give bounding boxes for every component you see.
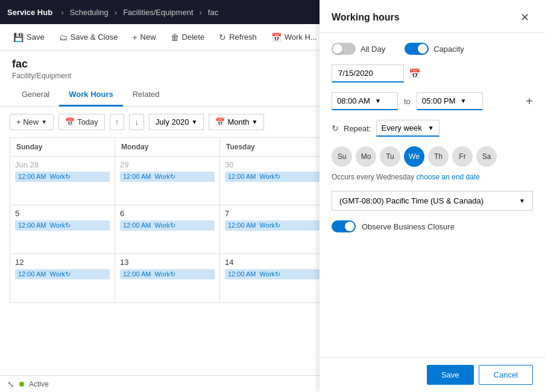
app-container: Service Hub › Scheduling › Facilities/Eq… xyxy=(0,0,545,392)
cell-date: 29 xyxy=(120,160,215,169)
new-icon: + xyxy=(132,33,137,42)
refresh-button[interactable]: ↻ Refresh xyxy=(213,30,263,45)
calendar-picker-icon[interactable]: 📅 xyxy=(409,68,421,79)
cell-date: 6 xyxy=(120,209,215,218)
all-day-toggle-item: All Day xyxy=(332,43,385,55)
chevron-down-icon: ▼ xyxy=(41,119,47,125)
choose-end-date-link[interactable]: choose an end date xyxy=(417,173,480,181)
capacity-toggle-item: Capacity xyxy=(405,43,464,55)
repeat-select[interactable]: Every week ▼ xyxy=(376,120,439,137)
time-to-label: to xyxy=(404,97,411,106)
panel-body: All Day Capacity 📅 08:00 AM ▼ to xyxy=(320,33,545,357)
breadcrumb-fac[interactable]: fac xyxy=(208,8,218,17)
calendar-cell: 30 12:00 AM Work↻ xyxy=(220,157,325,205)
add-time-button[interactable]: + xyxy=(526,95,533,108)
tab-related[interactable]: Related xyxy=(123,84,169,107)
cal-today-button[interactable]: 📅 Today xyxy=(58,114,105,130)
col-sunday: Sunday xyxy=(10,138,115,156)
end-time-select[interactable]: 05:00 PM ▼ xyxy=(417,92,483,110)
calendar-cell: 13 12:00 AM Work↻ xyxy=(115,254,220,302)
day-circle-sa[interactable]: Sa xyxy=(476,146,497,167)
brand-label: Service Hub xyxy=(7,8,52,17)
start-time-select[interactable]: 08:00 AM ▼ xyxy=(332,92,398,110)
calendar-cell: 6 12:00 AM Work↻ xyxy=(115,205,220,254)
calendar-view-icon: 📅 xyxy=(215,117,225,126)
save-button[interactable]: 💾 Save xyxy=(7,30,51,45)
capacity-label: Capacity xyxy=(433,45,464,54)
tab-general[interactable]: General xyxy=(12,84,59,107)
time-row: 08:00 AM ▼ to 05:00 PM ▼ + xyxy=(332,92,533,110)
work-badge[interactable]: 12:00 AM Work↻ xyxy=(15,269,110,279)
work-button[interactable]: 📅 Work H... xyxy=(265,30,323,45)
cal-new-button[interactable]: + New ▼ xyxy=(10,114,54,130)
work-badge[interactable]: 12:00 AM Work↻ xyxy=(225,172,320,182)
day-circle-we[interactable]: We xyxy=(404,146,424,167)
work-badge[interactable]: 12:00 AM Work↻ xyxy=(120,172,215,182)
cal-prev-button[interactable]: ↑ xyxy=(110,114,125,130)
day-circles: Su Mo Tu We Th Fr Sa xyxy=(332,146,533,167)
panel-title: Working hours xyxy=(332,12,400,23)
cell-date: 30 xyxy=(225,160,320,169)
panel-footer: Save Cancel xyxy=(320,357,545,392)
status-dot xyxy=(19,382,24,387)
work-badge[interactable]: 12:00 AM Work↻ xyxy=(15,220,110,231)
status-label: Active xyxy=(29,380,49,388)
chevron-down-icon: ▼ xyxy=(461,98,467,104)
repeat-icon: ↻ xyxy=(332,123,339,133)
all-day-toggle[interactable] xyxy=(332,43,356,55)
chevron-down-icon: ▼ xyxy=(519,198,525,204)
delete-button[interactable]: 🗑 Delete xyxy=(165,30,211,45)
col-tuesday: Tuesday xyxy=(220,138,325,156)
panel-close-button[interactable]: ✕ xyxy=(517,10,533,25)
occurs-text: Occurs every Wednesday choose an end dat… xyxy=(332,173,533,181)
chevron-down-icon: ▼ xyxy=(252,119,258,125)
cell-date: Jun 28 xyxy=(15,160,110,169)
save-close-icon: 🗂 xyxy=(59,33,68,42)
save-close-button[interactable]: 🗂 Save & Close xyxy=(53,30,124,45)
chevron-down-icon: ▼ xyxy=(191,119,197,125)
delete-icon: 🗑 xyxy=(171,33,179,42)
breadcrumb-scheduling[interactable]: Scheduling xyxy=(70,8,109,17)
work-badge[interactable]: 12:00 AM Work↻ xyxy=(225,220,320,231)
work-badge[interactable]: 12:00 AM Work↻ xyxy=(120,220,215,231)
work-badge[interactable]: 12:00 AM Work↻ xyxy=(225,269,320,279)
day-circle-su[interactable]: Su xyxy=(332,146,352,167)
day-circle-th[interactable]: Th xyxy=(428,146,449,167)
observe-toggle[interactable] xyxy=(332,220,356,232)
cal-next-button[interactable]: ↓ xyxy=(129,114,144,130)
calendar-cell: 7 12:00 AM Work↻ xyxy=(220,205,325,254)
status-bar: ⤡ Active xyxy=(0,375,326,392)
capacity-toggle[interactable] xyxy=(405,43,429,55)
col-monday: Monday xyxy=(115,138,220,156)
day-circle-fr[interactable]: Fr xyxy=(452,146,473,167)
timezone-selector[interactable]: (GMT-08:00) Pacific Time (US & Canada) ▼ xyxy=(332,191,533,211)
tab-work-hours[interactable]: Work Hours xyxy=(59,84,122,107)
calendar-cell: Jun 28 12:00 AM Work↻ xyxy=(10,157,115,205)
panel-save-button[interactable]: Save xyxy=(427,365,474,385)
refresh-icon: ↻ xyxy=(219,33,226,42)
chevron-down-icon: ▼ xyxy=(428,125,434,131)
panel-header: Working hours ✕ xyxy=(320,0,545,33)
work-badge[interactable]: 12:00 AM Work↻ xyxy=(15,172,110,182)
calendar-cell: 14 12:00 AM Work↻ xyxy=(220,254,325,302)
cal-month-selector[interactable]: July 2020 ▼ xyxy=(149,114,204,130)
day-circle-tu[interactable]: Tu xyxy=(380,146,400,167)
breadcrumb-facilities[interactable]: Facilities/Equipment xyxy=(123,8,193,17)
new-button[interactable]: + New xyxy=(126,30,162,45)
date-row: 📅 xyxy=(332,64,533,82)
repeat-row: ↻ Repeat: Every week ▼ xyxy=(332,120,533,137)
working-hours-panel: Working hours ✕ All Day Capacity 📅 xyxy=(320,0,545,392)
date-input[interactable] xyxy=(332,64,404,82)
toggle-row: All Day Capacity xyxy=(332,43,533,55)
observe-row: Observe Business Closure xyxy=(332,220,533,232)
calendar-cell: 29 12:00 AM Work↻ xyxy=(115,157,220,205)
cal-view-selector[interactable]: 📅 Month ▼ xyxy=(209,114,264,130)
day-circle-mo[interactable]: Mo xyxy=(356,146,376,167)
observe-label: Observe Business Closure xyxy=(362,222,455,231)
cell-date: 14 xyxy=(225,258,320,267)
work-badge[interactable]: 12:00 AM Work↻ xyxy=(120,269,215,279)
chevron-down-icon: ▼ xyxy=(375,98,381,104)
panel-cancel-button[interactable]: Cancel xyxy=(479,365,533,385)
expand-icon: ⤡ xyxy=(7,379,14,389)
cell-date: 5 xyxy=(15,209,110,218)
